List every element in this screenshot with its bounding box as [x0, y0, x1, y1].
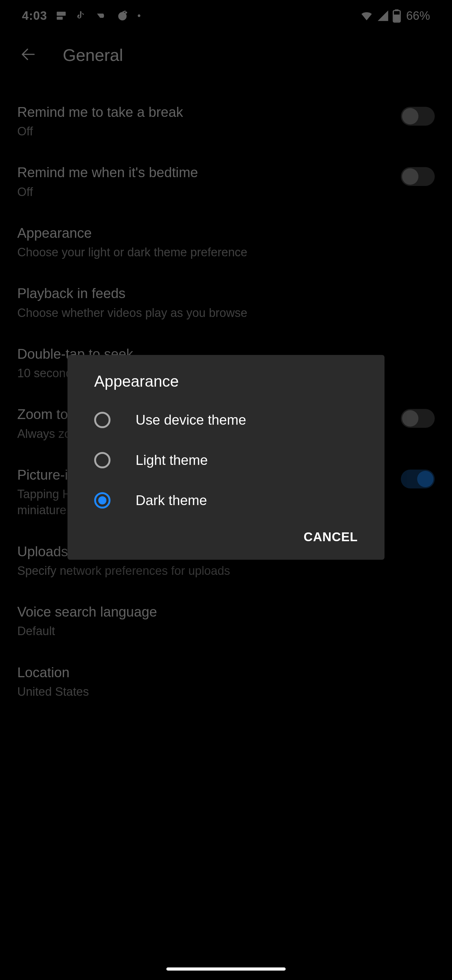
dialog-title: Appearance	[68, 355, 384, 400]
radio-option-dark-theme[interactable]: Dark theme	[68, 480, 384, 520]
radio-label: Light theme	[136, 452, 208, 468]
dialog-scrim[interactable]: Appearance Use device theme Light theme …	[0, 0, 452, 980]
radio-checked-icon	[94, 492, 111, 509]
radio-option-device-theme[interactable]: Use device theme	[68, 400, 384, 440]
dialog-actions: CANCEL	[68, 520, 384, 554]
radio-unchecked-icon	[94, 412, 111, 428]
radio-label: Dark theme	[136, 493, 207, 508]
radio-label: Use device theme	[136, 412, 246, 428]
gesture-nav-handle[interactable]	[167, 967, 285, 970]
radio-option-light-theme[interactable]: Light theme	[68, 440, 384, 480]
cancel-button[interactable]: CANCEL	[303, 530, 358, 544]
radio-unchecked-icon	[94, 452, 111, 468]
appearance-dialog: Appearance Use device theme Light theme …	[68, 355, 384, 560]
